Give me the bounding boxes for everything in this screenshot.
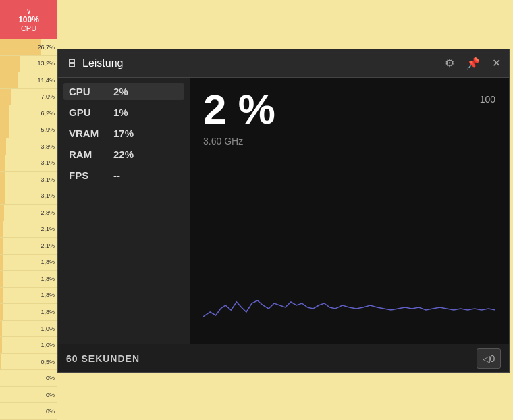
metric-name: CPU	[69, 86, 108, 97]
detail-panel: 2 % 3.60 GHz 100	[190, 78, 509, 344]
bar-row: 3,1%	[0, 155, 57, 172]
sidebar: ∨ 100% CPU 26,7%13,2%11,4%7,0%6,2%5,9%3,…	[0, 0, 57, 420]
bar-value: 1,8%	[40, 259, 55, 265]
bar-row: 2,1%	[0, 238, 57, 255]
chevron-icon: ∨	[26, 7, 31, 15]
window-controls: ⚙ 📌 ✕	[445, 57, 501, 70]
metric-item-ram[interactable]: RAM22%	[69, 149, 179, 160]
bar-row: 0%	[0, 403, 57, 420]
bar-row: 2,8%	[0, 205, 57, 221]
close-button[interactable]: ✕	[492, 57, 501, 70]
bar-value: 13,2%	[37, 60, 55, 67]
chart-area	[203, 152, 495, 338]
bar-value: 0%	[46, 392, 55, 398]
bar-value: 0%	[46, 408, 55, 415]
performance-chart	[203, 268, 495, 336]
bar-value: 3,1%	[40, 159, 55, 166]
bar-row: 11,4%	[0, 72, 57, 89]
detail-left: 2 % 3.60 GHz	[203, 88, 275, 147]
content-area: CPU2%GPU1%VRAM17%RAM22%FPS-- 2 % 3.60 GH…	[58, 78, 509, 344]
bar-value: 1,0%	[40, 325, 55, 332]
bar-value: 6,2%	[40, 110, 55, 117]
bar-row: 1,8%	[0, 271, 57, 288]
metric-item-gpu[interactable]: GPU1%	[69, 107, 179, 118]
monitor-icon: 🖥	[66, 57, 77, 70]
bar-rows: 26,7%13,2%11,4%7,0%6,2%5,9%3,8%3,1%3,1%3…	[0, 39, 57, 420]
bottom-bar: 60 SEKUNDEN ◁0	[58, 344, 509, 372]
bar-row: 1,0%	[0, 321, 57, 338]
bar-row: 6,2%	[0, 105, 57, 122]
bar-value: 7,0%	[40, 93, 55, 100]
frequency-label: 3.60 GHz	[203, 136, 275, 147]
metric-value: 17%	[113, 128, 134, 139]
metric-name: FPS	[69, 169, 108, 181]
bar-value: 1,8%	[40, 292, 55, 298]
bar-value: 2,1%	[40, 242, 55, 249]
bar-row: 13,2%	[0, 56, 57, 73]
bar-row: 1,8%	[0, 255, 57, 271]
metric-value: 22%	[113, 149, 134, 160]
bar-value: 3,1%	[40, 192, 55, 199]
metric-value: 1%	[113, 107, 128, 118]
bar-value: 1,0%	[40, 342, 55, 348]
bar-value: 11,4%	[37, 77, 55, 84]
bar-row: 2,1%	[0, 221, 57, 238]
bar-value: 0%	[46, 375, 55, 382]
metric-value: 2%	[113, 86, 128, 97]
main-panel: 🖥 Leistung ⚙ 📌 ✕ CPU2%GPU1%VRAM17%RAM22%…	[57, 49, 510, 373]
metric-item-vram[interactable]: VRAM17%	[69, 128, 179, 139]
bar-row: 1,8%	[0, 288, 57, 305]
bar-value: 5,9%	[40, 126, 55, 133]
duration-label: 60 SEKUNDEN	[66, 353, 140, 364]
max-value-label: 100	[480, 94, 495, 105]
bar-row: 3,1%	[0, 188, 57, 205]
pin-button[interactable]: 📌	[466, 57, 480, 70]
bar-value: 3,8%	[40, 143, 55, 150]
bar-row: 1,0%	[0, 337, 57, 354]
sidebar-top-percent: 100%	[18, 15, 39, 24]
title-bar: 🖥 Leistung ⚙ 📌 ✕	[58, 49, 509, 78]
bar-row: 5,9%	[0, 122, 57, 139]
bar-value: 2,1%	[40, 226, 55, 232]
bar-row: 3,1%	[0, 172, 57, 188]
bar-value: 3,1%	[40, 176, 55, 183]
sidebar-top[interactable]: ∨ 100% CPU	[0, 0, 57, 39]
bar-value: 1,8%	[40, 309, 55, 315]
big-percent: 2 %	[203, 88, 275, 130]
bar-row: 0%	[0, 387, 57, 404]
bar-value: 2,8%	[40, 209, 55, 216]
settings-button[interactable]: ⚙	[445, 57, 454, 70]
metric-name: GPU	[69, 107, 108, 118]
metric-value: --	[113, 169, 120, 181]
bar-row: 26,7%	[0, 39, 57, 56]
bar-row: 3,8%	[0, 138, 57, 155]
bar-value: 1,8%	[40, 275, 55, 282]
detail-top: 2 % 3.60 GHz 100	[203, 88, 495, 147]
metric-item-cpu[interactable]: CPU2%	[63, 83, 184, 100]
scroll-button[interactable]: ◁0	[477, 348, 501, 369]
bar-value: 0,5%	[40, 359, 55, 365]
bar-row: 0,5%	[0, 354, 57, 371]
bar-row: 1,8%	[0, 304, 57, 321]
window-title: Leistung	[82, 57, 445, 70]
metrics-panel: CPU2%GPU1%VRAM17%RAM22%FPS--	[58, 78, 190, 344]
metric-item-fps[interactable]: FPS--	[69, 169, 179, 181]
bar-row: 7,0%	[0, 89, 57, 106]
metric-name: RAM	[69, 149, 108, 160]
bar-row: 0%	[0, 370, 57, 387]
metric-name: VRAM	[69, 128, 108, 139]
bar-value: 26,7%	[37, 44, 55, 51]
sidebar-top-label: CPU	[21, 24, 36, 32]
